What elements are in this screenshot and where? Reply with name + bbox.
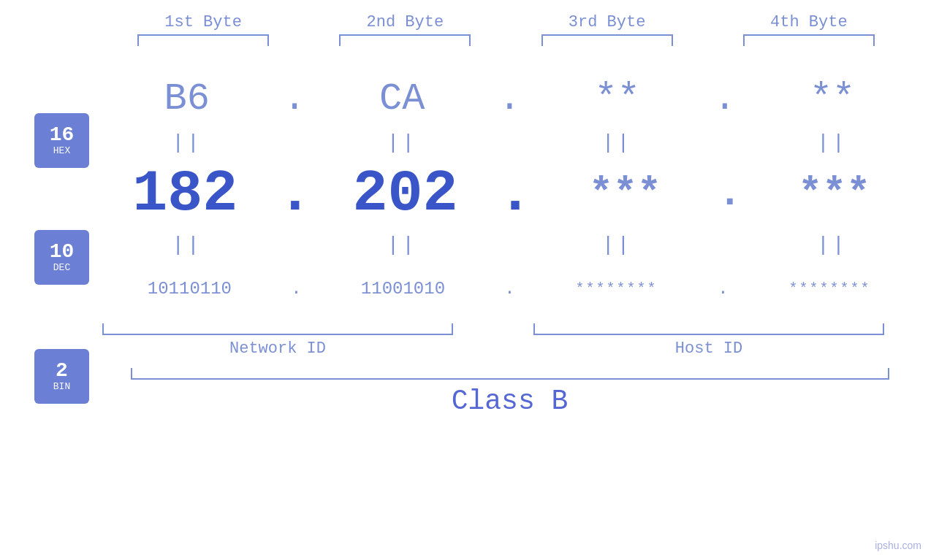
bin-badge-label: BIN [53,381,70,392]
equals-row-2: || || || || [102,230,917,259]
equals-7: || [544,234,691,256]
byte-label-2: 2nd Byte [332,13,478,31]
equals-row: || || || || [102,128,917,157]
equals-8: || [759,234,905,256]
dec-badge-number: 10 [50,242,75,262]
dec-value-4: *** [761,171,908,217]
hex-value-1: B6 [114,77,260,120]
hex-value-4: ** [759,77,905,120]
bin-value-4: ******** [757,280,903,297]
bin-value-3: ******** [543,280,689,297]
bin-dot-2: . [504,279,514,299]
main-grid: B6 . CA . ** . ** || || || || 182 . 202 … [102,69,917,417]
hex-badge-label: HEX [53,145,70,156]
class-label-row: Class B [102,386,917,417]
bin-badge: 2 BIN [34,349,89,404]
hex-dot-3: . [713,77,736,120]
bin-badge-number: 2 [56,361,68,381]
section-labels: Network ID Host ID [102,340,917,358]
hex-value-3: ** [544,77,691,120]
hex-value-2: CA [329,77,475,120]
byte-label-3: 3rd Byte [534,13,680,31]
equals-2: || [329,131,475,154]
byte-bracket-2 [339,34,471,46]
host-id-label: Host ID [533,340,884,358]
byte-labels-row: 1st Byte 2nd Byte 3rd Byte 4th Byte [0,13,939,31]
class-bracket [131,368,889,380]
byte-bracket-1 [137,34,269,46]
bin-row: 10110110 . 11001010 . ******** . *******… [102,259,917,318]
bin-dot-3: . [718,279,728,299]
bin-value-1: 10110110 [116,279,262,299]
dec-row: 182 . 202 . *** . *** [102,157,917,230]
host-bracket [533,323,884,335]
dec-dot-1: . [278,161,313,227]
class-b-label: Class B [452,386,569,417]
hex-dot-2: . [498,77,521,120]
hex-dot-1: . [283,77,305,120]
dec-dot-2: . [498,161,533,227]
dec-value-2: 202 [332,161,478,227]
section-brackets [102,323,917,335]
hex-badge: 16 HEX [34,113,89,168]
watermark: ipshu.com [875,540,921,551]
bracket-row [0,34,939,46]
hex-badge-number: 16 [50,125,75,145]
hex-row: B6 . CA . ** . ** [102,69,917,128]
equals-6: || [329,234,475,256]
byte-bracket-4 [743,34,875,46]
class-bracket-row [102,368,917,380]
network-id-label: Network ID [102,340,453,358]
dec-dot-3: . [718,171,742,217]
bin-value-2: 11001010 [330,279,476,299]
byte-label-4: 4th Byte [736,13,882,31]
equals-3: || [544,131,691,154]
equals-4: || [759,131,905,154]
network-bracket [102,323,453,335]
dec-value-3: *** [552,171,699,217]
equals-5: || [114,234,260,256]
dec-badge-label: DEC [53,262,70,273]
main-container: 1st Byte 2nd Byte 3rd Byte 4th Byte 16 H… [0,0,939,560]
bin-dot-1: . [291,279,301,299]
dec-value-1: 182 [112,161,258,227]
byte-label-1: 1st Byte [130,13,276,31]
equals-1: || [114,131,260,154]
byte-bracket-3 [541,34,673,46]
dec-badge: 10 DEC [34,230,89,285]
